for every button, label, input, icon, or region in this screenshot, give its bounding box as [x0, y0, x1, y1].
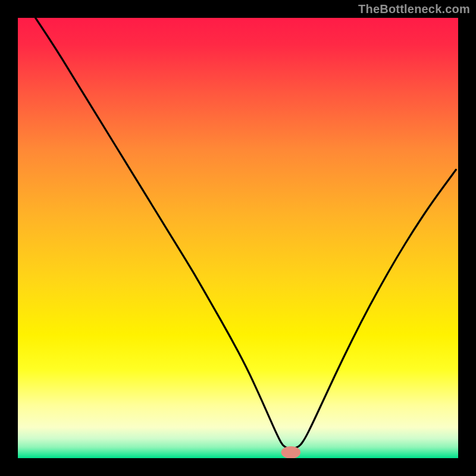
watermark-label: TheBottleneck.com — [358, 2, 470, 16]
optimal-point-marker — [281, 446, 301, 458]
bottleneck-chart — [18, 18, 458, 458]
chart-container: TheBottleneck.com — [0, 0, 476, 476]
gradient-background — [18, 18, 458, 458]
